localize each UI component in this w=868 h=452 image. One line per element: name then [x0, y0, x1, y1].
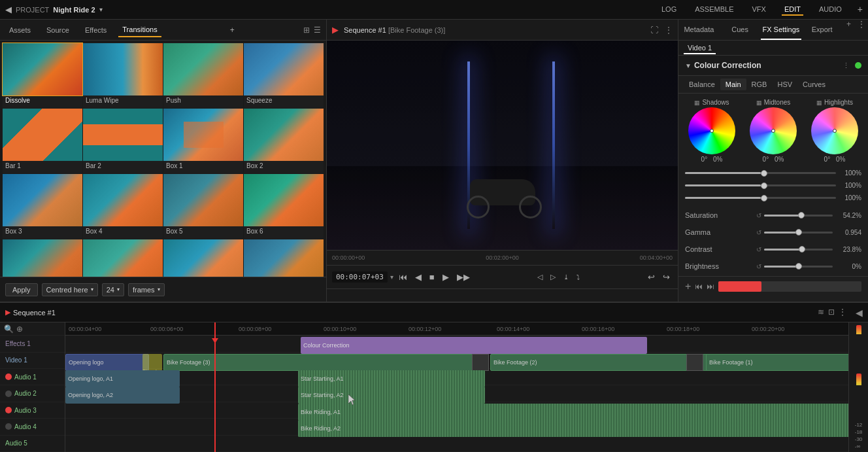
panel-collapse-icon[interactable]: ◀ — [856, 307, 863, 318]
tab-export[interactable]: Export — [801, 20, 843, 40]
grid-view-icon[interactable]: ⊞ — [303, 26, 310, 35]
saturation-slider[interactable] — [764, 215, 833, 217]
clip-opening-logo-a1[interactable]: Opening logo, A1 — [65, 370, 180, 387]
subtab-curves[interactable]: Curves — [797, 78, 831, 90]
video1-tab[interactable]: Video 1 — [684, 43, 716, 54]
audio1-toggle[interactable] — [5, 374, 12, 380]
frames-dropdown[interactable]: frames ▾ — [128, 283, 165, 296]
clip-star-starting-a1[interactable]: Star Starting, A1 — [298, 370, 485, 387]
transition-bar1[interactable]: Bar 1 — [3, 109, 82, 173]
clip-bike-riding-a2[interactable]: Bike Riding, A2 — [298, 420, 848, 437]
out-point-button[interactable]: ▷ — [548, 271, 558, 283]
tab-fx-settings[interactable]: FX Settings — [761, 20, 802, 40]
tab-source[interactable]: Source — [42, 24, 73, 37]
overwrite-button[interactable]: ⤵ — [574, 272, 582, 282]
gamma-reset-icon[interactable]: ↺ — [756, 229, 761, 236]
list-view-icon[interactable]: ☰ — [314, 26, 321, 35]
cc-enabled-indicator[interactable] — [855, 62, 861, 69]
right-panel-more-icon[interactable]: ⋮ — [855, 20, 868, 40]
tab-metadata[interactable]: Metadata — [678, 20, 720, 40]
timeline-snapshot-icon[interactable]: ⊡ — [828, 307, 835, 318]
nav-add-icon[interactable]: + — [858, 4, 863, 16]
in-point-button[interactable]: ◁ — [535, 271, 545, 283]
shadows-wheel[interactable] — [688, 107, 735, 154]
transition-fourbox1[interactable]: Four Box 1 — [163, 239, 243, 277]
transition-box4[interactable]: Box 4 — [83, 174, 163, 239]
right-panel-add-icon[interactable]: + — [843, 20, 855, 40]
clip-bike-footage-1[interactable]: Bike Footage (1) — [706, 354, 848, 371]
undo-button[interactable]: ↩ — [645, 271, 658, 283]
apply-button[interactable]: Apply — [5, 283, 38, 296]
subtab-main[interactable]: Main — [720, 78, 746, 90]
contrast-reset-icon[interactable]: ↺ — [756, 246, 761, 253]
tab-transitions[interactable]: Transitions — [118, 23, 161, 37]
transition-box1[interactable]: Box 1 — [163, 109, 243, 173]
highlights-dot[interactable] — [833, 129, 837, 133]
insert-button[interactable]: ⤓ — [561, 272, 571, 282]
nav-edit[interactable]: EDIT — [782, 4, 803, 16]
transition-squeeze[interactable]: Squeeze — [244, 43, 324, 108]
transition-box2[interactable]: Box 2 — [244, 109, 324, 173]
contrast-thumb[interactable] — [799, 246, 805, 252]
timecode-dropdown-icon[interactable]: ▾ — [390, 273, 393, 281]
transition-box3[interactable]: Box 3 — [3, 174, 82, 239]
saturation-thumb[interactable] — [798, 212, 805, 218]
gamma-thumb[interactable] — [795, 229, 802, 235]
master-slider-thumb-1[interactable] — [761, 170, 767, 177]
clip-bike-footage-3[interactable]: Bike Footage (3) — [163, 354, 477, 371]
tab-effects[interactable]: Effects — [81, 24, 110, 37]
midtones-wheel[interactable] — [750, 107, 797, 154]
nav-vfx[interactable]: VFX — [750, 4, 769, 16]
tab-assets[interactable]: Assets — [5, 24, 35, 37]
stop-button[interactable]: ■ — [427, 271, 437, 283]
timeline-ruler[interactable]: 00:00:04+00 00:00:06+00 00:00:08+00 00:0… — [65, 322, 848, 336]
timeline-waveform-icon[interactable]: ≋ — [818, 307, 824, 318]
audio3-toggle[interactable] — [5, 407, 12, 413]
master-slider-track-1[interactable] — [685, 172, 836, 174]
midtones-dot[interactable] — [771, 129, 775, 133]
tab-cues[interactable]: Cues — [720, 20, 761, 40]
transition-box8[interactable]: Box 8 — [83, 239, 163, 277]
brightness-reset-icon[interactable]: ↺ — [756, 263, 761, 270]
step-forward-button[interactable]: ▶▶ — [454, 271, 473, 283]
transition-push[interactable]: Push — [163, 43, 243, 108]
nav-audio[interactable]: AUDIO — [816, 4, 844, 16]
transition-dissolve[interactable]: Dissolve — [3, 43, 82, 108]
gamma-slider[interactable] — [764, 232, 833, 234]
duration-input[interactable]: 24 ▾ — [102, 283, 124, 296]
brightness-slider[interactable] — [764, 266, 833, 268]
centred-dropdown[interactable]: Centred here ▾ — [42, 283, 98, 296]
panel-add-icon[interactable]: + — [230, 26, 235, 35]
transition-box6[interactable]: Box 6 — [244, 174, 324, 239]
master-slider-track-3[interactable] — [685, 197, 836, 199]
transition-bar2[interactable]: Bar 2 — [83, 109, 163, 173]
audio2-toggle[interactable] — [5, 391, 12, 397]
subtab-balance[interactable]: Balance — [684, 78, 720, 90]
playhead[interactable] — [214, 322, 216, 452]
clip-opening-logo[interactable]: Opening logo — [65, 354, 149, 371]
audio4-toggle[interactable] — [5, 423, 12, 430]
contrast-slider[interactable] — [764, 249, 833, 251]
timeline-more-icon[interactable]: ⋮ — [839, 307, 846, 318]
subtab-hsv[interactable]: HSV — [772, 78, 797, 90]
nav-log[interactable]: LOG — [659, 4, 679, 16]
clip-bike-riding-a1[interactable]: Bike Riding, A1 — [298, 404, 848, 421]
subtab-rgb[interactable]: RGB — [746, 78, 773, 90]
play-button[interactable]: ▶ — [440, 271, 452, 283]
fx-timeline-bar[interactable] — [718, 281, 861, 292]
nav-assemble[interactable]: ASSEMBLE — [692, 4, 736, 16]
transition-fourbox2[interactable]: Four Box 2 — [244, 239, 324, 277]
clip-star-starting-a2[interactable]: Star Starting, A2 — [298, 387, 485, 404]
preview-timeline-bar[interactable]: 00:00:00+00 00:02:00+00 00:04:00+00 — [327, 250, 678, 266]
clip-opening-logo-a2[interactable]: Opening logo, A2 — [65, 387, 180, 404]
highlights-wheel[interactable] — [811, 107, 858, 154]
add-fx-button[interactable]: + — [685, 281, 691, 292]
master-slider-thumb-3[interactable] — [761, 195, 767, 201]
cc-more-icon[interactable]: ⋮ — [843, 61, 850, 70]
master-slider-track-2[interactable] — [685, 184, 836, 186]
clip-colour-correction[interactable]: Colour Correction — [301, 337, 647, 354]
zoom-out-icon[interactable]: 🔍 — [4, 324, 14, 334]
go-to-start-button[interactable]: ⏮ — [396, 271, 410, 283]
transition-box5[interactable]: Box 5 — [163, 174, 243, 239]
timecode-display[interactable]: 00:00:07+03 — [332, 271, 388, 283]
